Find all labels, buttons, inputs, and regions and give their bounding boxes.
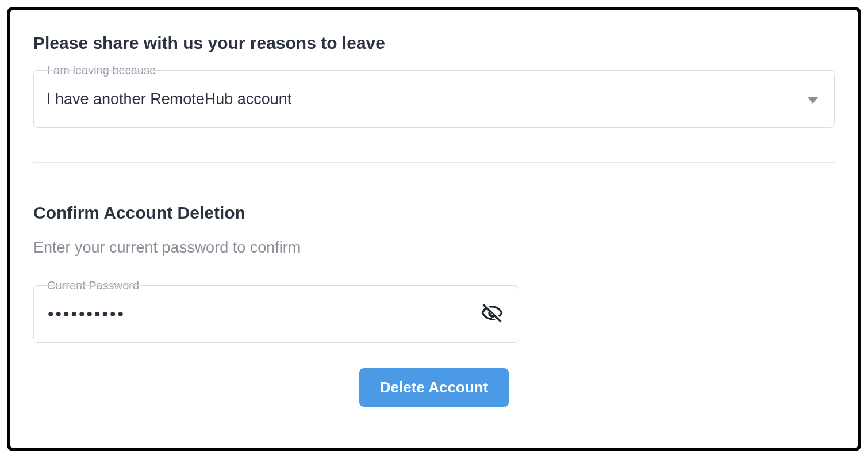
confirm-section-subtitle: Enter your current password to confirm bbox=[33, 239, 835, 257]
account-deletion-panel: Please share with us your reasons to lea… bbox=[7, 7, 861, 451]
current-password-input[interactable] bbox=[47, 304, 473, 325]
caret-down-icon bbox=[808, 90, 818, 108]
toggle-password-visibility-button[interactable] bbox=[478, 300, 506, 329]
section-divider bbox=[33, 162, 835, 163]
delete-account-button[interactable]: Delete Account bbox=[359, 368, 509, 407]
reason-section-title: Please share with us your reasons to lea… bbox=[33, 33, 835, 53]
confirm-section-title: Confirm Account Deletion bbox=[33, 203, 835, 223]
reason-field-wrap: I am leaving because I have another Remo… bbox=[33, 70, 835, 128]
reason-select[interactable]: I have another RemoteHub account bbox=[33, 70, 835, 128]
eye-off-icon bbox=[481, 318, 504, 327]
reason-select-value: I have another RemoteHub account bbox=[47, 90, 291, 108]
password-box bbox=[33, 285, 519, 343]
password-field-wrap: Current Password bbox=[33, 285, 519, 343]
